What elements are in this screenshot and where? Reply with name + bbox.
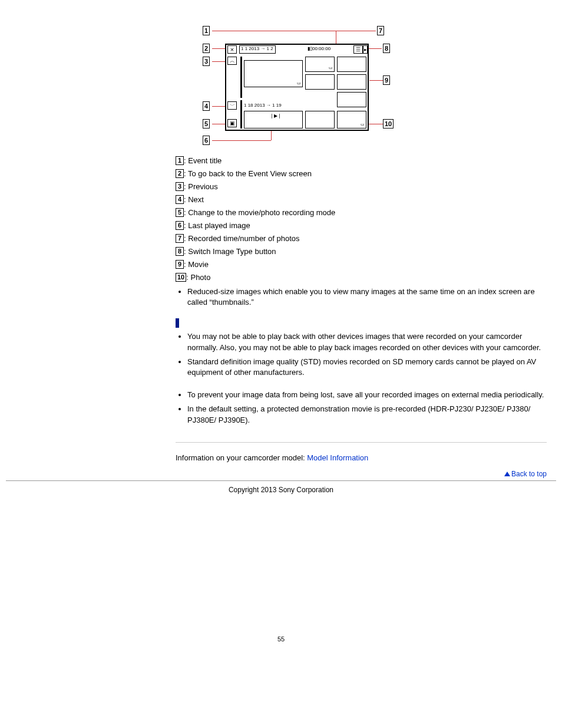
legend-num: 8 xyxy=(176,247,184,256)
notes-c: To prevent your image data from being lo… xyxy=(176,390,547,426)
legend-text: : Next xyxy=(184,195,204,204)
legend-row: 4: Next xyxy=(176,195,547,205)
legend-text: : Event title xyxy=(184,156,222,165)
thumb-movie-5 xyxy=(337,92,366,107)
page-content: 1 2 3 4 5 6 7 8 9 10 × 1 1 2013 → 1 2 ▮▯… xyxy=(176,0,547,478)
legend-row: 2: To go back to the Event View screen xyxy=(176,169,547,179)
page-number: 55 xyxy=(6,635,556,643)
legend-num: 7 xyxy=(176,234,184,243)
callout-7: 7 xyxy=(377,26,384,35)
thumb-movie-2 xyxy=(337,57,366,72)
legend-text: : Recorded time/number of photos xyxy=(184,234,300,243)
triangle-up-icon xyxy=(504,472,510,476)
movie-badge-icon: ▭ xyxy=(329,65,333,70)
legend-row: 8: Switch Image Type button xyxy=(176,246,547,257)
divider xyxy=(240,57,242,98)
callout-8: 8 xyxy=(383,44,390,53)
legend-text: : Last played image xyxy=(184,221,250,230)
camera-icon: ▣ xyxy=(227,119,237,127)
legend-text: : To go back to the Event View screen xyxy=(184,169,312,178)
callout-3: 3 xyxy=(203,57,210,66)
image-type-icon: ☰ xyxy=(353,45,363,54)
model-info-line: Information on your camcorder model: Mod… xyxy=(176,453,547,462)
model-information-link[interactable]: Model Information xyxy=(307,453,368,462)
list-item: Reduced-size images which enable you to … xyxy=(187,286,547,308)
legend-row: 1: Event title xyxy=(176,156,547,166)
notes-b: You may not be able to play back with ot… xyxy=(176,331,547,378)
event-date-bottom: 1 18 2013 → 1 19 xyxy=(244,103,282,108)
legend-num: 9 xyxy=(176,260,184,269)
legend-list: 1: Event title 2: To go back to the Even… xyxy=(176,156,547,283)
event-date-top: 1 1 2013 → 1 2 xyxy=(241,46,273,51)
model-info-prefix: Information on your camcorder model: xyxy=(176,453,307,462)
thumb-movie-large xyxy=(244,60,303,87)
callout-9: 9 xyxy=(383,75,390,85)
legend-text: : Movie xyxy=(184,260,209,269)
legend-text: : Photo xyxy=(186,273,210,282)
previous-icon: ︿ xyxy=(227,57,237,65)
list-item: Standard definition image quality (STD) … xyxy=(187,357,547,378)
legend-text: : Change to the movie/photo recording mo… xyxy=(184,208,335,217)
photo-badge-icon: ▭ xyxy=(361,122,365,127)
legend-row: 5: Change to the movie/photo recording m… xyxy=(176,207,547,218)
callout-2: 2 xyxy=(203,44,210,53)
thumb-photo-1 xyxy=(305,111,335,129)
callout-5: 5 xyxy=(203,119,210,129)
separator xyxy=(176,442,547,443)
close-icon: × xyxy=(227,45,237,54)
legend-row: 10: Photo xyxy=(176,272,547,283)
list-item: To prevent your image data from being lo… xyxy=(187,390,547,400)
notes-a: Reduced-size images which enable you to … xyxy=(176,286,547,308)
thumb-movie-3 xyxy=(305,74,335,90)
recorded-time: ▮▯00:00:00 xyxy=(308,46,330,51)
next-icon: ﹀ xyxy=(227,101,237,110)
legend-text: : Switch Image Type button xyxy=(184,247,276,256)
legend-row: 9: Movie xyxy=(176,259,547,270)
callout-4: 4 xyxy=(203,101,210,111)
bottom-rule xyxy=(6,480,556,481)
event-index-diagram: 1 2 3 4 5 6 7 8 9 10 × 1 1 2013 → 1 2 ▮▯… xyxy=(190,24,390,147)
movie-badge-icon: ▭ xyxy=(297,81,301,85)
legend-num: 2 xyxy=(176,169,184,178)
legend-row: 3: Previous xyxy=(176,182,547,192)
callout-1: 1 xyxy=(203,26,210,35)
callout-10: 10 xyxy=(383,119,394,129)
back-to-top: Back to top xyxy=(176,469,547,478)
legend-num: 10 xyxy=(176,273,186,282)
legend-num: 6 xyxy=(176,221,184,230)
thumb-movie-4 xyxy=(337,74,366,90)
legend-row: 7: Recorded time/number of photos xyxy=(176,233,547,244)
legend-num: 4 xyxy=(176,195,184,204)
callout-6: 6 xyxy=(203,136,210,145)
back-to-top-link[interactable]: Back to top xyxy=(504,470,547,478)
legend-num: 5 xyxy=(176,208,184,217)
legend-num: 3 xyxy=(176,182,184,191)
note-bar xyxy=(176,318,547,328)
list-item: You may not be able to play back with ot… xyxy=(187,331,547,353)
legend-text: : Previous xyxy=(184,182,218,191)
image-type-arrow-icon: ▸ xyxy=(363,45,368,54)
copyright: Copyright 2013 Sony Corporation xyxy=(6,486,556,494)
divider xyxy=(240,100,242,129)
legend-row: 6: Last played image xyxy=(176,220,547,231)
play-icon: ❘▶❘ xyxy=(270,113,282,118)
legend-num: 1 xyxy=(176,156,184,165)
list-item: In the default setting, a protected demo… xyxy=(187,404,547,425)
